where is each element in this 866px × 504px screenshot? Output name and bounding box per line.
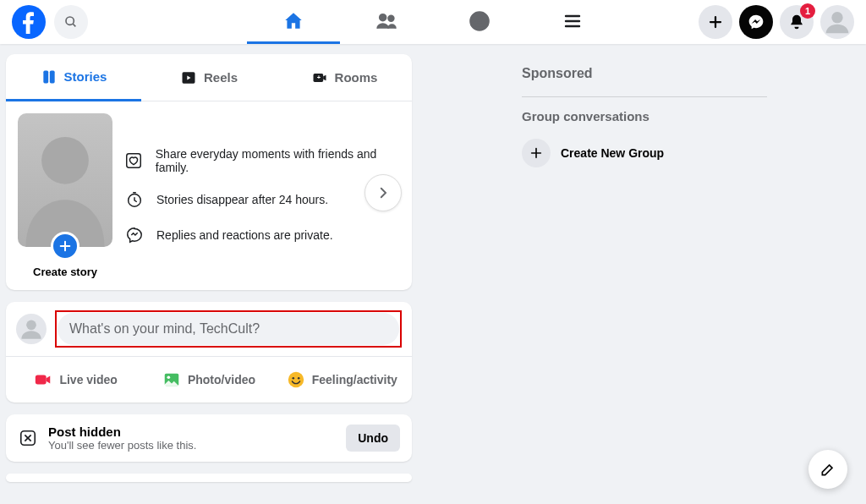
feeling-button[interactable]: Feeling/activity [276,364,408,396]
plus-icon [58,239,72,253]
stories-info: Share everyday moments with friends and … [124,113,400,278]
rooms-icon: + [311,69,328,86]
create-story-plus [51,232,79,260]
feed-column: Stories Reels + Rooms [6,54,412,494]
friends-icon [375,10,397,32]
avatar-placeholder-icon [18,113,112,247]
svg-rect-15 [43,70,48,83]
notifications-button[interactable]: 1 [780,5,814,39]
media-tabs: Stories Reels + Rooms [6,54,412,101]
composer-card: What's on your mind, TechCult? Live vide… [6,302,412,403]
tab-stories-label: Stories [64,69,107,84]
photo-video-button[interactable]: Photo/video [142,364,275,396]
story-info-text-2: Stories disappear after 24 hours. [156,193,328,206]
svg-line-2 [73,24,75,26]
svg-text:+: + [316,73,321,80]
group-conversations-header: Group conversations [522,96,767,123]
svg-point-21 [41,137,89,184]
compose-icon [819,461,836,478]
plus-icon [708,14,723,30]
live-video-label: Live video [59,373,117,386]
story-info-text-1: Share everyday moments with friends and … [156,147,400,174]
stories-card: Stories Reels + Rooms [6,54,412,290]
svg-point-7 [474,19,477,23]
stories-next-button[interactable] [364,174,402,211]
post-hidden-title: Post hidden [48,425,336,439]
composer-highlight-box: What's on your mind, TechCult? [55,310,402,348]
messenger-icon [748,14,765,30]
messenger-button[interactable] [739,5,773,39]
plus-icon [529,146,543,160]
photo-video-label: Photo/video [188,373,255,386]
facebook-logo[interactable] [12,5,46,39]
create-new-group-label: Create New Group [561,146,664,160]
tab-reels[interactable]: Reels [141,54,277,101]
x-box-icon [19,429,37,447]
next-card-peek [6,474,412,482]
live-video-icon [34,370,52,389]
search-icon [64,15,78,29]
topbar-left [12,5,88,39]
svg-point-8 [482,19,485,23]
search-button[interactable] [54,5,88,39]
avatar-icon [824,8,851,36]
sponsored-header: Sponsored [522,66,767,81]
avatar-icon [19,317,43,341]
svg-point-26 [26,320,36,331]
top-bar: 1 [0,0,866,44]
undo-button[interactable]: Undo [346,425,400,452]
story-info-text-3: Replies and reactions are private. [156,228,333,242]
svg-point-31 [292,377,294,380]
tab-reels-label: Reels [204,70,238,85]
create-new-group-button[interactable]: Create New Group [522,134,767,173]
messenger-outline-icon [125,226,144,244]
svg-point-29 [167,375,170,379]
post-hidden-subtitle: You'll see fewer posts like this. [48,439,336,452]
svg-point-32 [298,377,300,380]
composer-avatar[interactable] [16,314,47,344]
live-video-button[interactable]: Live video [9,364,142,396]
account-avatar[interactable] [820,5,854,39]
chevron-right-icon [375,185,391,200]
nav-friends[interactable] [340,0,433,44]
tab-rooms[interactable]: + Rooms [277,54,412,101]
svg-point-14 [831,12,842,23]
clock-icon [125,190,144,209]
nav-home[interactable] [247,0,340,44]
tab-rooms-label: Rooms [335,70,378,85]
composer-input[interactable]: What's on your mind, TechCult? [58,313,399,345]
create-story-label: Create story [18,266,112,278]
new-message-fab[interactable] [808,450,847,489]
reels-icon [180,69,197,86]
svg-point-4 [388,15,394,21]
menu-icon [562,11,583,31]
feeling-icon [287,370,305,389]
topbar-center-nav [247,0,619,44]
tab-stories[interactable]: Stories [6,54,141,101]
svg-rect-24 [127,153,141,167]
svg-point-6 [477,16,481,20]
stories-icon [41,68,58,85]
svg-rect-16 [49,70,54,83]
nav-groups[interactable] [433,0,526,44]
home-icon [282,10,304,32]
photo-icon [162,370,181,389]
groups-icon [469,10,491,32]
svg-point-3 [380,14,386,20]
create-button[interactable] [699,5,732,39]
create-story-tile[interactable]: Create story [18,113,112,278]
svg-point-1 [66,17,74,25]
heart-card-icon [124,151,143,170]
notification-badge: 1 [800,3,815,19]
feeling-label: Feeling/activity [312,373,397,386]
svg-rect-27 [36,375,47,385]
nav-menu[interactable] [526,0,619,44]
post-hidden-card: Post hidden You'll see fewer posts like … [6,414,412,462]
svg-point-30 [288,372,304,387]
right-column: Sponsored Group conversations Create New… [522,54,767,494]
topbar-right: 1 [699,5,854,39]
